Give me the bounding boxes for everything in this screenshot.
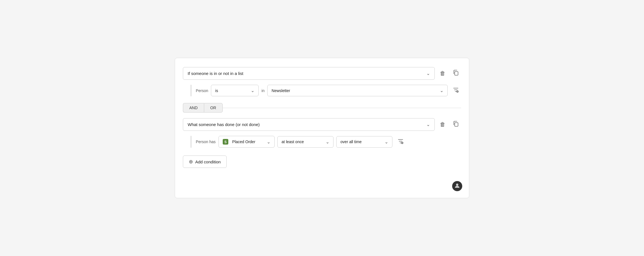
add-condition-label: Add condition xyxy=(195,159,221,164)
condition-1-delete-button[interactable]: 🗑 xyxy=(438,68,448,78)
condition-2-header-row: What someone has done (or not done) ⌄ 🗑 xyxy=(183,118,461,131)
condition-1-label: If someone is in or not in a list xyxy=(188,71,243,76)
svg-rect-2 xyxy=(455,123,458,126)
condition-2-copy-button[interactable] xyxy=(450,119,461,130)
time-chevron-icon: ⌄ xyxy=(385,139,388,145)
filter-icon-2 xyxy=(397,138,404,146)
trash-icon-2: 🗑 xyxy=(440,121,445,128)
condition-1-header-row: If someone is in or not in a list ⌄ 🗑 xyxy=(183,67,461,80)
frequency-chevron-icon: ⌄ xyxy=(326,139,329,145)
condition-2-delete-button[interactable]: 🗑 xyxy=(438,120,448,129)
in-label: in xyxy=(261,88,264,93)
copy-icon xyxy=(453,70,459,77)
svg-rect-0 xyxy=(455,72,458,75)
add-condition-button[interactable]: ⊕ Add condition xyxy=(183,156,227,168)
condition-1-sub-row: Person is ⌄ in Newsletter ⌄ xyxy=(191,85,461,96)
avatar-button[interactable] xyxy=(452,181,462,191)
and-or-divider xyxy=(223,108,461,108)
is-dropdown[interactable]: is ⌄ xyxy=(211,85,259,96)
condition-2-sub-label: Person has xyxy=(196,140,216,144)
condition-2-label: What someone has done (or not done) xyxy=(188,122,260,127)
condition-1-filter-button[interactable] xyxy=(450,85,461,96)
shopify-icon: S xyxy=(223,139,228,145)
main-container: If someone is in or not in a list ⌄ 🗑 Pe… xyxy=(175,58,469,198)
trash-icon: 🗑 xyxy=(440,70,445,77)
frequency-dropdown[interactable]: at least once ⌄ xyxy=(277,136,334,148)
condition-2-chevron-icon: ⌄ xyxy=(426,122,430,127)
is-value: is xyxy=(215,88,218,93)
list-dropdown[interactable]: Newsletter ⌄ xyxy=(267,85,448,96)
condition-2-sub-row: Person has S Placed Order ⌄ at least onc… xyxy=(191,136,461,148)
copy-icon-2 xyxy=(453,121,459,128)
plus-icon: ⊕ xyxy=(189,159,193,165)
condition-2-filter-button[interactable] xyxy=(395,136,406,147)
condition-1-chevron-icon: ⌄ xyxy=(426,71,430,76)
event-value: Placed Order xyxy=(232,140,264,144)
event-dropdown[interactable]: S Placed Order ⌄ xyxy=(219,136,275,148)
list-chevron-icon: ⌄ xyxy=(440,88,443,93)
condition-1-dropdown[interactable]: If someone is in or not in a list ⌄ xyxy=(183,67,435,80)
svg-text:S: S xyxy=(224,140,227,144)
condition-2-dropdown[interactable]: What someone has done (or not done) ⌄ xyxy=(183,118,435,131)
condition-1-copy-button[interactable] xyxy=(450,68,461,79)
event-chevron-icon: ⌄ xyxy=(267,139,270,145)
and-button[interactable]: AND xyxy=(183,103,204,113)
and-or-row: AND OR xyxy=(183,103,461,113)
time-dropdown[interactable]: over all time ⌄ xyxy=(336,136,392,148)
time-value: over all time xyxy=(341,140,382,144)
condition-2-block: What someone has done (or not done) ⌄ 🗑 … xyxy=(183,118,461,148)
filter-icon xyxy=(453,87,459,94)
is-chevron-icon: ⌄ xyxy=(251,88,254,93)
condition-1-sub-label: Person xyxy=(196,88,208,93)
frequency-value: at least once xyxy=(282,140,323,144)
condition-1-block: If someone is in or not in a list ⌄ 🗑 Pe… xyxy=(183,67,461,96)
avatar-icon xyxy=(454,183,460,190)
or-button[interactable]: OR xyxy=(204,103,223,113)
svg-point-6 xyxy=(456,184,458,186)
list-value: Newsletter xyxy=(272,88,438,93)
